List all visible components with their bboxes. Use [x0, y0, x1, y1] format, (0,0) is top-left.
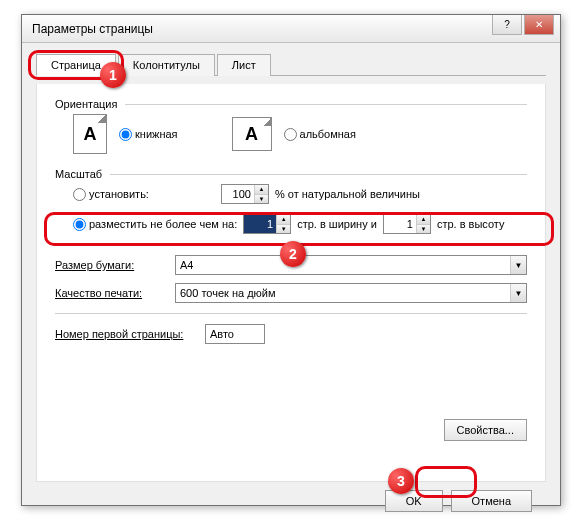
paper-size-label: Размер бумаги: — [55, 259, 175, 271]
fit-radio[interactable]: разместить не более чем на: — [73, 218, 237, 231]
close-button[interactable]: ✕ — [524, 15, 554, 35]
page-setup-dialog: Параметры страницы ? ✕ Страница Колонтит… — [21, 14, 561, 506]
spin-down-icon[interactable]: ▼ — [255, 195, 268, 204]
fit-width-input[interactable] — [244, 215, 276, 233]
paper-size-select[interactable]: A4 ▼ — [175, 255, 527, 275]
spin-up-icon[interactable]: ▲ — [255, 185, 268, 195]
portrait-radio[interactable]: книжная — [119, 128, 178, 141]
adjust-input[interactable] — [222, 185, 254, 203]
cancel-button[interactable]: Отмена — [451, 490, 532, 512]
landscape-icon: A — [232, 117, 272, 151]
first-page-input[interactable] — [205, 324, 265, 344]
tab-page[interactable]: Страница — [36, 54, 116, 76]
fit-mid-label: стр. в ширину и — [297, 218, 377, 230]
adjust-radio-input[interactable] — [73, 188, 86, 201]
tab-sheet[interactable]: Лист — [217, 54, 271, 76]
chevron-down-icon[interactable]: ▼ — [510, 284, 526, 302]
fit-width-spinner[interactable]: ▲▼ — [243, 214, 291, 234]
portrait-icon: A — [73, 114, 107, 154]
fit-radio-input[interactable] — [73, 218, 86, 231]
titlebar: Параметры страницы ? ✕ — [22, 15, 560, 43]
spin-up-icon[interactable]: ▲ — [277, 215, 290, 225]
tab-headers[interactable]: Колонтитулы — [118, 54, 215, 76]
fit-height-spinner[interactable]: ▲▼ — [383, 214, 431, 234]
landscape-radio[interactable]: альбомная — [284, 128, 356, 141]
print-quality-select[interactable]: 600 точек на дюйм ▼ — [175, 283, 527, 303]
orientation-group-label: Ориентация — [55, 98, 527, 110]
fit-suffix: стр. в высоту — [437, 218, 505, 230]
properties-button[interactable]: Свойства... — [444, 419, 527, 441]
adjust-spinner[interactable]: ▲▼ — [221, 184, 269, 204]
spin-up-icon[interactable]: ▲ — [417, 215, 430, 225]
landscape-radio-input[interactable] — [284, 128, 297, 141]
ok-button[interactable]: OK — [385, 490, 443, 512]
portrait-radio-input[interactable] — [119, 128, 132, 141]
tab-strip: Страница Колонтитулы Лист — [36, 53, 546, 76]
spin-down-icon[interactable]: ▼ — [277, 225, 290, 234]
help-button[interactable]: ? — [492, 15, 522, 35]
spin-down-icon[interactable]: ▼ — [417, 225, 430, 234]
chevron-down-icon[interactable]: ▼ — [510, 256, 526, 274]
window-title: Параметры страницы — [32, 22, 492, 36]
first-page-label: Номер первой страницы: — [55, 328, 205, 340]
fit-height-input[interactable] — [384, 215, 416, 233]
print-quality-label: Качество печати: — [55, 287, 175, 299]
scale-group-label: Масштаб — [55, 168, 527, 180]
adjust-radio[interactable]: установить: — [73, 188, 149, 201]
adjust-suffix: % от натуральной величины — [275, 188, 420, 200]
